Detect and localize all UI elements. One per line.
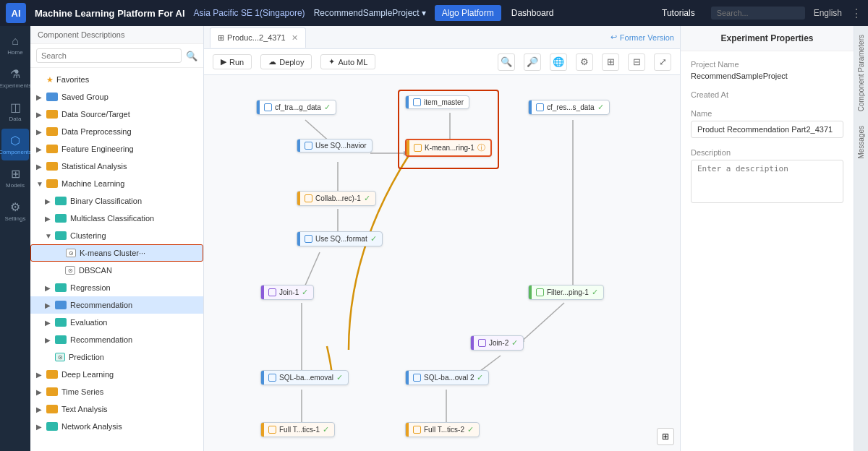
sidebar-item-settings[interactable]: ⚙Settings	[1, 195, 29, 227]
created-at-label: Created At	[691, 90, 843, 99]
name-input[interactable]	[691, 121, 843, 138]
canvas-node-use_sql_havior[interactable]: Use SQ...havior	[297, 139, 373, 153]
tab-close-button[interactable]: ✕	[292, 33, 298, 43]
folder-icon	[46, 162, 58, 171]
search-icon[interactable]: 🔍	[186, 51, 197, 61]
tree-label: DBSCAN	[79, 266, 197, 275]
canvas-node-collab_rec1[interactable]: Collab...rec)-1✓	[297, 191, 376, 206]
canvas-node-full_ttics1[interactable]: Full T...tics-1✓	[260, 422, 335, 437]
folder-icon	[55, 231, 67, 240]
tree-item-recommendation[interactable]: ▶Recommendation	[30, 296, 203, 314]
canvas-node-sql_baemoval[interactable]: SQL-ba...emoval✓	[260, 370, 349, 385]
toolbar: ▶ Run ☁ Deploy ✦ Auto ML 🔍 🔎 🌐 ⚙ ⊞ ⊟ ⤢	[204, 49, 680, 75]
navbar-search-input[interactable]	[711, 7, 805, 20]
canvas-node-cf_res_s_data[interactable]: cf_res...s_data✓	[528, 100, 610, 115]
description-textarea[interactable]	[691, 160, 843, 203]
panel-header: Component Descriptions	[30, 26, 203, 44]
shrink-button[interactable]: ⊟	[628, 53, 645, 71]
zoom-in-button[interactable]: 🔍	[498, 53, 515, 71]
star-icon: ★	[46, 75, 54, 85]
tree-item-clustering[interactable]: ▼Clustering	[30, 227, 203, 244]
node-type-icon	[305, 142, 312, 150]
project-dropdown[interactable]: RecommendSampleProject ▾	[314, 8, 426, 18]
deploy-icon: ☁	[268, 57, 276, 66]
node-type-icon	[268, 374, 276, 382]
tree-item-feature-engineering[interactable]: ▶Feature Engineering	[30, 140, 203, 158]
tree-item-favorites[interactable]: ★Favorites	[30, 71, 203, 88]
tree-item-prediction[interactable]: ⊙Prediction	[30, 348, 203, 366]
tree-item-time-series[interactable]: ▶Time Series	[30, 383, 203, 400]
tree-item-evaluation[interactable]: ▶Evaluation	[30, 314, 203, 331]
settings-icon-button[interactable]: ⚙	[576, 53, 593, 71]
node-warn-icon: ⓘ	[477, 142, 485, 153]
node-bar	[297, 232, 300, 246]
right-vtab-component-parameters[interactable]: Component Parameters	[855, 29, 867, 117]
tree-arrow: ▶	[36, 93, 46, 101]
node-label: Use SQ...format	[315, 235, 367, 243]
canvas-node-kmeans_ring1[interactable]: K-mean...ring-1ⓘ	[405, 139, 492, 157]
canvas-node-join1[interactable]: Join-1✓	[260, 285, 314, 300]
canvas-node-full_ttics2[interactable]: Full T...tics-2✓	[405, 422, 480, 437]
more-options[interactable]: ⋮	[851, 7, 862, 20]
canvas-node-cf_tra_g_data[interactable]: cf_tra...g_data✓	[256, 100, 336, 115]
zoom-out-button[interactable]: 🔎	[524, 53, 541, 71]
folder-icon	[55, 318, 67, 327]
tree-label: Prediction	[69, 353, 197, 361]
language-selector[interactable]: English	[814, 8, 842, 18]
grid-button[interactable]: ⊞	[602, 53, 619, 71]
former-version-link[interactable]: ↩ Former Version	[610, 33, 674, 42]
nav-tab-dashboard[interactable]: Dashboard	[504, 5, 561, 21]
tree-item-binary-classification[interactable]: ▶Binary Classification	[30, 192, 203, 210]
sidebar-item-home[interactable]: ⌂Home	[1, 29, 29, 61]
folder-icon	[46, 110, 58, 119]
automl-button[interactable]: ✦ Auto ML	[320, 54, 375, 69]
node-icon: ⊙	[65, 266, 75, 275]
sidebar-item-components[interactable]: ⬡Components	[1, 129, 29, 160]
sidebar-item-experiments[interactable]: ⚗Experiments	[1, 62, 29, 94]
tree-item-k-means-cluster---[interactable]: ⊙K-means Cluster···	[30, 244, 203, 262]
folder-icon	[46, 179, 58, 188]
canvas-node-use_sql_format[interactable]: Use SQ...format✓	[297, 231, 383, 246]
sidebar-item-data[interactable]: ◫Data	[1, 95, 29, 127]
canvas-node-filter_ping1[interactable]: Filter...ping-1✓	[528, 285, 604, 300]
tree-item-text-analysis[interactable]: ▶Text Analysis	[30, 400, 203, 418]
tree-item-machine-learning[interactable]: ▼Machine Learning	[30, 175, 203, 192]
tree-arrow: ▼	[45, 232, 55, 240]
screenshot-button[interactable]: ⊞	[657, 428, 674, 445]
canvas-node-item_master[interactable]: item_master	[405, 95, 469, 109]
tutorials-link[interactable]: Tutorials	[655, 5, 702, 21]
tree-item-data-source/target[interactable]: ▶Data Source/Target	[30, 106, 203, 123]
icon-sidebar: ⌂Home⚗Experiments◫Data⬡Components⊞Models…	[0, 26, 30, 451]
canvas-tab[interactable]: ⊞ Produc...2_4371 ✕	[210, 27, 306, 48]
node-label: cf_res...s_data	[547, 103, 595, 111]
tree-item-deep-learning[interactable]: ▶Deep Learning	[30, 366, 203, 383]
node-type-icon	[536, 288, 544, 296]
tree-label: Favorites	[56, 75, 197, 84]
tree-item-recommendation[interactable]: ▶Recommendation	[30, 331, 203, 348]
tree-item-statistical-analysis[interactable]: ▶Statistical Analysis	[30, 158, 203, 175]
canvas-node-join2[interactable]: Join-2✓	[470, 335, 524, 351]
sidebar-item-models[interactable]: ⊞Models	[1, 162, 29, 194]
run-button[interactable]: ▶ Run	[213, 54, 252, 69]
right-vtab-messages[interactable]: Messages	[855, 120, 867, 165]
search-input[interactable]	[36, 48, 182, 63]
tree-label: K-means Cluster···	[80, 249, 197, 257]
canvas-main[interactable]: cf_tra...g_data✓item_masterUse SQ...havi…	[204, 75, 680, 451]
folder-icon	[55, 301, 67, 309]
nav-tab-algo-platform[interactable]: Algo Platform	[435, 5, 501, 21]
tree-item-dbscan[interactable]: ⊙DBSCAN	[30, 262, 203, 279]
tree-item-saved-group[interactable]: ▶Saved Group	[30, 88, 203, 106]
tree-container: ★Favorites▶Saved Group▶Data Source/Targe…	[30, 68, 203, 451]
node-label: Filter...ping-1	[547, 288, 589, 296]
folder-icon	[55, 214, 67, 223]
canvas-node-sql_baoval2[interactable]: SQL-ba...oval 2✓	[405, 370, 489, 385]
tree-item-network-analysis[interactable]: ▶Network Analysis	[30, 418, 203, 435]
node-check-icon: ✓	[477, 373, 483, 382]
tree-item-data-preprocessing[interactable]: ▶Data Preprocessing	[30, 123, 203, 140]
tree-item-regression[interactable]: ▶Regression	[30, 279, 203, 296]
node-check-icon: ✓	[302, 288, 308, 297]
tree-item-multiclass-classification[interactable]: ▶Multiclass Classification	[30, 210, 203, 227]
globe-button[interactable]: 🌐	[550, 53, 567, 71]
expand-button[interactable]: ⤢	[654, 53, 671, 71]
deploy-button[interactable]: ☁ Deploy	[260, 54, 312, 69]
